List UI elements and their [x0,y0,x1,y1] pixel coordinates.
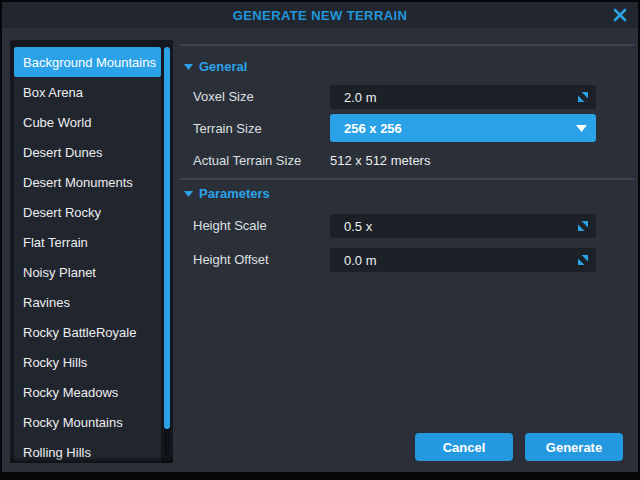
terrain-size-dropdown[interactable]: 256 x 256 [330,114,596,142]
parameters-section-header[interactable]: Parameters [184,186,270,201]
list-item-flat-terrain[interactable]: Flat Terrain [14,227,161,257]
collapse-arrow-icon [184,64,193,70]
list-item-desert-rocky[interactable]: Desert Rocky [14,197,161,227]
voxel-size-field[interactable] [330,85,596,109]
general-section-header[interactable]: General [184,59,247,74]
general-section-label: General [199,59,247,74]
height-offset-input[interactable] [330,253,577,268]
actual-terrain-size-label: Actual Terrain Size [193,153,301,168]
drag-value-icon[interactable] [577,220,589,232]
dialog-body: Background MountainsBox ArenaCube WorldD… [2,28,638,472]
list-item-desert-monuments[interactable]: Desert Monuments [14,167,161,197]
height-scale-field[interactable] [330,214,596,238]
height-scale-label: Height Scale [193,218,267,233]
height-scale-input[interactable] [330,219,577,234]
list-item-rocky-mountains[interactable]: Rocky Mountains [14,407,161,437]
terrain-size-label: Terrain Size [193,121,262,136]
list-item-desert-dunes[interactable]: Desert Dunes [14,137,161,167]
list-item-rocky-battleroyale[interactable]: Rocky BattleRoyale [14,317,161,347]
voxel-size-label: Voxel Size [193,89,254,104]
parameters-section-label: Parameters [199,186,270,201]
height-offset-field[interactable] [330,248,596,272]
list-item-cube-world[interactable]: Cube World [14,107,161,137]
list-scrollbar-track[interactable] [164,47,170,456]
generate-button[interactable]: Generate [525,433,623,461]
drag-value-icon[interactable] [577,254,589,266]
actual-terrain-size-value: 512 x 512 meters [330,153,430,168]
titlebar: GENERATE NEW TERRAIN [2,2,638,28]
dialog-title: GENERATE NEW TERRAIN [233,8,408,23]
height-offset-label: Height Offset [193,252,269,267]
collapse-arrow-icon [184,191,193,197]
list-item-rocky-hills[interactable]: Rocky Hills [14,347,161,377]
list-item-noisy-planet[interactable]: Noisy Planet [14,257,161,287]
drag-value-icon[interactable] [577,91,589,103]
terrain-preset-list: Background MountainsBox ArenaCube WorldD… [10,40,173,463]
general-separator [180,44,634,46]
close-button[interactable] [610,6,630,24]
terrain-size-value: 256 x 256 [330,121,576,136]
list-bottom-shadow [10,456,173,463]
voxel-size-input[interactable] [330,90,577,105]
list-item-rocky-meadows[interactable]: Rocky Meadows [14,377,161,407]
list-scrollbar-thumb[interactable] [164,47,170,429]
list-item-box-arena[interactable]: Box Arena [14,77,161,107]
list-item-background-mountains[interactable]: Background Mountains [14,47,161,77]
terrain-list: Background MountainsBox ArenaCube WorldD… [14,47,161,463]
dropdown-arrow-icon [576,125,587,132]
generate-terrain-dialog: GENERATE NEW TERRAIN Background Mountain… [0,0,640,480]
close-icon [613,8,627,22]
parameters-separator [180,178,634,180]
list-item-ravines[interactable]: Ravines [14,287,161,317]
cancel-button[interactable]: Cancel [415,433,513,461]
